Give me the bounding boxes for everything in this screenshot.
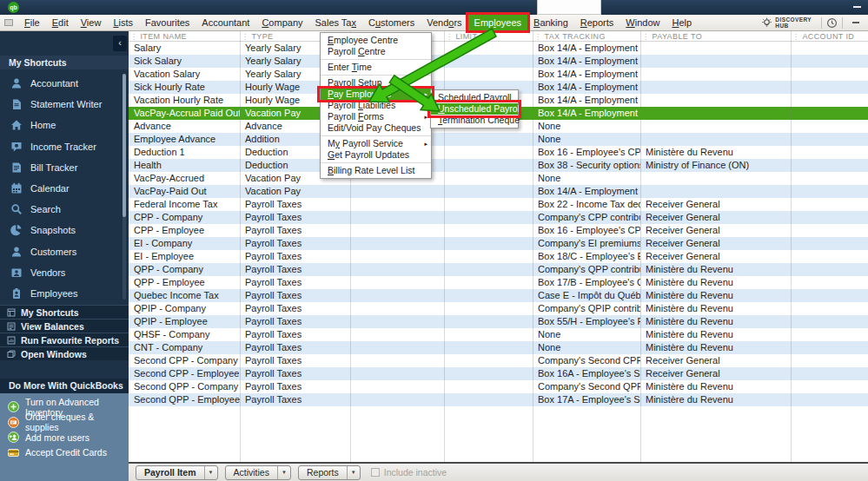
cell-name: Second CPP - Employee: [129, 367, 240, 380]
menubar-item-banking[interactable]: Banking: [527, 15, 574, 31]
cell-payable: [640, 172, 791, 185]
sidebar-nav-view-balances[interactable]: View Balances: [0, 319, 129, 333]
table-row-qhsf-company[interactable]: QHSF - CompanyPayroll TaxesNoneMinistère…: [129, 328, 868, 341]
include-inactive-checkbox[interactable]: [371, 468, 380, 477]
table-row-employee-advance[interactable]: Employee AdvanceAdditionNone: [129, 133, 868, 146]
sidebar-item-bill-tracker[interactable]: Bill Tracker: [0, 157, 129, 178]
sidebar-nav-my-shortcuts[interactable]: My Shortcuts: [0, 305, 129, 319]
menubar-item-vendors[interactable]: Vendors: [421, 15, 467, 31]
menubar-item-reports[interactable]: Reports: [574, 15, 620, 31]
menu-item-employee-centre[interactable]: Employee Centre: [321, 35, 431, 46]
sidebar-item-search[interactable]: Search: [0, 199, 129, 220]
table-row-second-cpp-employee[interactable]: Second CPP - EmployeePayroll TaxesBox 16…: [129, 367, 868, 380]
menu-item-payroll-forms[interactable]: Payroll Forms▸: [321, 111, 431, 122]
sidebar-item-statement-writer[interactable]: Statement Writer: [0, 94, 129, 115]
menu-item-payroll-setup[interactable]: Payroll Setup: [321, 77, 431, 89]
payroll-item-menu-button[interactable]: Payroll Item▼: [136, 465, 218, 480]
child-minimize-icon[interactable]: [852, 22, 859, 23]
menu-item-payroll-centre[interactable]: Payroll Centre: [321, 46, 431, 57]
sidebar-item-employees[interactable]: Employees: [0, 283, 129, 304]
table-row-ei-employee[interactable]: EI - EmployeePayroll TaxesBox 18/C - Emp…: [129, 250, 868, 263]
menu-item-enter-time[interactable]: Enter Time▸: [321, 62, 431, 73]
minimize-icon[interactable]: [853, 6, 861, 8]
table-row-second-cpp-company[interactable]: Second CPP - CompanyPayroll TaxesCompany…: [129, 354, 868, 367]
table-row-qpp-employee[interactable]: QPP - EmployeePayroll TaxesBox 17/B - Em…: [129, 276, 868, 289]
sidebar-item-snapshots[interactable]: Snapshots: [0, 220, 129, 240]
cell-payable: Receiver General: [640, 237, 791, 250]
sidebar-scrollbar[interactable]: [123, 74, 126, 300]
sidebar-nav-open-windows[interactable]: Open Windows: [0, 346, 129, 360]
table-row-deduction-1[interactable]: Deduction 1DeductionBox 16 - Employee's …: [129, 146, 868, 159]
table-row-qpip-company[interactable]: QPIP - CompanyPayroll TaxesCompany's QPI…: [129, 302, 868, 315]
submenu-item-termination-cheque[interactable]: Termination Cheque: [431, 115, 518, 126]
cell-limit: [444, 211, 533, 224]
submenu-item-scheduled-payroll[interactable]: Scheduled Payroll: [431, 92, 518, 103]
cell-limit: [444, 68, 533, 81]
menu-item-pay-employees[interactable]: Pay Employees▸: [321, 89, 431, 100]
table-row-vacpay-paid-out[interactable]: VacPay-Paid OutVacation PayBox 14/A - Em…: [129, 185, 868, 198]
cell-amount: [350, 393, 444, 406]
cell-name: Second QPP - Company: [129, 380, 240, 393]
sidebar-item-accountant[interactable]: Accountant: [0, 73, 129, 94]
window-system-icon[interactable]: [4, 19, 13, 26]
menu-item-payroll-liabilities[interactable]: Payroll Liabilities: [321, 100, 431, 111]
sidebar-item-home[interactable]: Home: [0, 115, 129, 135]
menubar-item-favourites[interactable]: Favourites: [139, 15, 195, 31]
table-row-federal-income-tax[interactable]: Federal Income TaxPayroll TaxesBox 22 - …: [129, 198, 868, 211]
table-row-cpp-employee[interactable]: CPP - EmployeePayroll TaxesBox 16 - Empl…: [129, 224, 868, 237]
menubar-item-lists[interactable]: Lists: [107, 15, 139, 31]
scrollbar-thumb[interactable]: [123, 74, 126, 217]
menubar-item-customers[interactable]: Customers: [362, 15, 421, 31]
menubar-item-employees[interactable]: Employees: [468, 15, 527, 31]
menubar-item-file[interactable]: File: [18, 15, 46, 31]
cell-name: Quebec Income Tax: [129, 289, 240, 302]
menubar-item-edit[interactable]: Edit: [46, 15, 75, 31]
collapse-sidebar-button[interactable]: ‹: [113, 36, 127, 51]
person-icon: [10, 246, 23, 258]
cell-amount: [350, 237, 444, 250]
do-more-item-order-cheques-supplies[interactable]: Order cheques & supplies: [0, 415, 129, 431]
divider: [821, 17, 822, 29]
table-row-cnt-company[interactable]: CNT - CompanyPayroll TaxesNoneMinistère …: [129, 341, 868, 354]
cell-tax: Box 14/A - Employment Income / ...: [533, 55, 640, 68]
table-row-ei-company[interactable]: EI - CompanyPayroll TaxesCompany's EI pr…: [129, 237, 868, 250]
activities-menu-button[interactable]: Activities▼: [225, 465, 291, 480]
menu-item-get-payroll-updates[interactable]: Get Payroll Updates: [321, 149, 431, 161]
menu-item-edit-void-pay-cheques[interactable]: Edit/Void Pay Cheques: [321, 122, 431, 134]
reports-menu-button[interactable]: Reports▼: [298, 465, 361, 480]
discovery-hub-button[interactable]: DISCOVERYHUB: [756, 16, 817, 29]
menubar-item-accountant[interactable]: Accountant: [195, 15, 255, 31]
sidebar-item-calendar[interactable]: Calendar: [0, 178, 129, 199]
menubar-item-sales-tax[interactable]: Sales Tax: [309, 15, 363, 31]
menu-separator: [321, 59, 431, 60]
menubar-item-window[interactable]: Window: [620, 15, 666, 31]
menubar-item-view[interactable]: View: [75, 15, 108, 31]
menubar-item-company[interactable]: Company: [255, 15, 308, 31]
table-row-quebec-income-tax[interactable]: Quebec Income TaxPayroll TaxesCase E - I…: [129, 289, 868, 302]
reminders-clock-icon[interactable]: [826, 17, 838, 29]
sidebar-item-customers[interactable]: Customers: [0, 241, 129, 262]
table-row-qpip-employee[interactable]: QPIP - EmployeePayroll TaxesBox 55/H - E…: [129, 315, 868, 328]
dropdown-arrow-icon: ▼: [204, 466, 217, 479]
table-row-health[interactable]: HealthDeductionBox 38 - Security options…: [129, 159, 868, 172]
cell-limit: [444, 159, 533, 172]
sidebar-nav-run-favourite-reports[interactable]: Run Favourite Reports: [0, 333, 129, 346]
table-row-vacpay-accrued[interactable]: VacPay-AccruedVacation PayNone: [129, 172, 868, 185]
table-row-sick-salary[interactable]: Sick SalaryYearly SalaryBox 14/A - Emplo…: [129, 55, 868, 68]
submenu-item-unscheduled-payroll[interactable]: Unscheduled Payroll: [431, 103, 518, 115]
cell-account: [791, 68, 868, 81]
sidebar-item-income-tracker[interactable]: Income Tracker: [0, 136, 129, 157]
table-row-second-qpp-employee[interactable]: Second QPP - EmployeePayroll TaxesBox 17…: [129, 393, 868, 406]
menu-item-my-payroll-service[interactable]: My Payroll Service▸: [321, 138, 431, 149]
table-row-vacation-salary[interactable]: Vacation SalaryYearly SalaryBox 14/A - E…: [129, 68, 868, 81]
sidebar-item-vendors[interactable]: Vendors: [0, 262, 129, 283]
menubar-item-help[interactable]: Help: [666, 15, 698, 31]
table-row-cpp-company[interactable]: CPP - CompanyPayroll TaxesCompany's CPP …: [129, 211, 868, 224]
do-more-item-accept-credit-cards[interactable]: Accept Credit Cards: [0, 445, 129, 461]
menu-item-billing-rate-level-list[interactable]: Billing Rate Level List: [321, 165, 431, 176]
cell-amount: [350, 185, 444, 198]
plus-circle-icon: [8, 401, 19, 412]
table-row-salary[interactable]: SalaryYearly SalaryBox 14/A - Employment…: [129, 42, 868, 55]
table-row-qpp-company[interactable]: QPP - CompanyPayroll TaxesCompany's QPP …: [129, 263, 868, 276]
table-row-second-qpp-company[interactable]: Second QPP - CompanyPayroll TaxesCompany…: [129, 380, 868, 393]
